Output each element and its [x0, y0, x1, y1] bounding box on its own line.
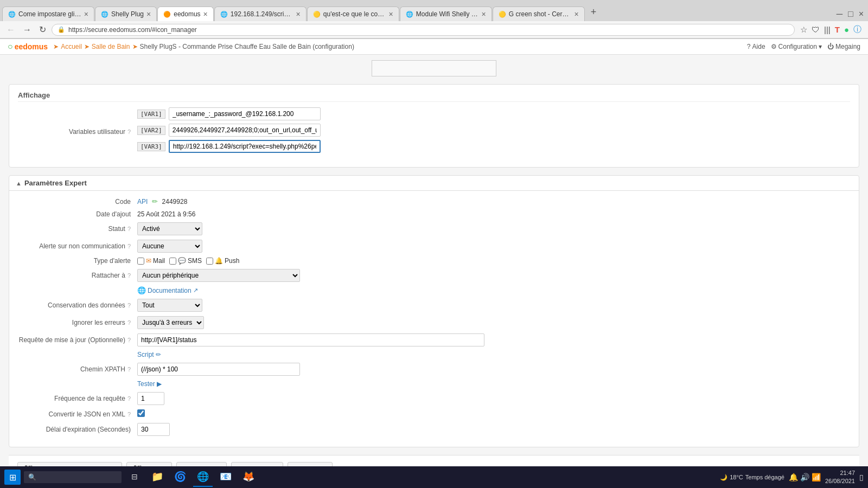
ignorer-value: Aucune Jusqu'à 3 erreurs Toujours — [137, 316, 850, 329]
tab-2-close[interactable]: × — [146, 10, 151, 18]
statut-label: Statut ? — [18, 225, 137, 233]
chemin-input[interactable] — [137, 363, 300, 376]
back-button[interactable]: ← — [4, 24, 17, 36]
statut-select[interactable]: Activé Désactivé — [137, 222, 202, 235]
configuration-button[interactable]: ⚙ Configuration ▾ — [771, 43, 822, 50]
maximize-button[interactable]: □ — [848, 9, 853, 19]
ext1-icon[interactable]: ● — [844, 25, 849, 34]
rattacher-select[interactable]: Aucun périphérique — [137, 269, 300, 282]
minimize-button[interactable]: ─ — [837, 9, 843, 19]
taskbar-app-edge[interactable]: 🌀 — [170, 467, 190, 487]
tab-1-close[interactable]: × — [84, 10, 88, 18]
var1-input[interactable] — [169, 107, 321, 120]
var3-row: [VAR3] — [137, 140, 850, 153]
conservation-help-icon[interactable]: ? — [127, 302, 131, 309]
script-link[interactable]: Script ✏ — [137, 351, 850, 358]
statut-help-icon[interactable]: ? — [127, 226, 131, 232]
tab-5-close[interactable]: × — [389, 10, 393, 18]
user-button[interactable]: ⏻ Megaing — [827, 43, 860, 50]
tab-7-close[interactable]: × — [575, 10, 579, 18]
tab-6-close[interactable]: × — [482, 10, 486, 18]
logo[interactable]: ○ eedomus — [8, 42, 48, 52]
frequence-input[interactable] — [137, 392, 164, 405]
ignorer-help-icon[interactable]: ? — [127, 319, 131, 326]
frequence-help-icon[interactable]: ? — [127, 395, 131, 402]
tab-4-close[interactable]: × — [296, 10, 301, 18]
alert-mail-checkbox[interactable] — [137, 258, 144, 265]
var3-input[interactable] — [169, 140, 321, 153]
taskbar-app-chrome[interactable]: 🌐 — [193, 467, 213, 487]
tester-label-text: Tester — [137, 380, 155, 388]
tab-3-close[interactable]: × — [203, 10, 208, 18]
shield-icon[interactable]: 🛡 — [812, 25, 820, 34]
volume-icon[interactable]: 🔊 — [800, 473, 809, 481]
alert-mail-item[interactable]: ✉ Mail — [137, 257, 165, 265]
taskbar-app-mail[interactable]: 📧 — [216, 467, 235, 487]
bookmark-icon[interactable]: ☆ — [800, 25, 807, 35]
breadcrumb-salle[interactable]: Salle de Bain — [92, 43, 130, 50]
parametres-header[interactable]: ▲ Paramètres Expert — [9, 176, 859, 191]
date-row: Date d'ajout 25 Août 2021 à 9:56 — [18, 210, 850, 218]
alerte-help-icon[interactable]: ? — [127, 243, 131, 249]
doc-external-icon: ↗ — [193, 287, 198, 294]
conservation-select[interactable]: Tout 1 an 6 mois 3 mois 1 mois — [137, 299, 202, 312]
info-icon[interactable]: ⓘ — [853, 24, 861, 35]
breadcrumb-accueil[interactable]: Accueil — [61, 43, 82, 50]
script-edit-icon[interactable]: ✏ — [156, 351, 161, 358]
text-icon[interactable]: T — [835, 25, 840, 34]
delai-input[interactable] — [137, 423, 170, 436]
tab-7[interactable]: 🟡 G creen shot - Cerca con Go… × — [493, 7, 585, 21]
tab-5[interactable]: 🟡 qu'est-ce que le code api… × — [307, 7, 399, 21]
aide-button[interactable]: ? Aide — [747, 43, 765, 50]
convertir-value — [137, 409, 850, 419]
convertir-checkbox[interactable] — [137, 409, 145, 417]
documentation-link[interactable]: 🌐 Documentation ↗ — [137, 286, 850, 294]
ignorer-select[interactable]: Aucune Jusqu'à 3 erreurs Toujours — [137, 316, 204, 329]
taskbar-time[interactable]: 21:47 26/08/2021 — [825, 469, 855, 486]
script-label: Script — [137, 351, 154, 358]
alert-push-item[interactable]: 🔔 Push — [206, 257, 239, 265]
top-input[interactable] — [372, 60, 496, 76]
tab-2[interactable]: 🌐 Shelly Plug × — [95, 7, 157, 21]
rattacher-help-icon[interactable]: ? — [127, 272, 131, 279]
tab-1[interactable]: 🌐 Come impostare gli shell… × — [2, 7, 94, 21]
alert-sms-item[interactable]: 💬 SMS — [169, 257, 202, 265]
tab-6[interactable]: 🌐 Module Wifi Shelly • Requ… × — [400, 7, 492, 21]
tab-4[interactable]: 🌐 192.168.1.249/script/?exec=she… × — [214, 7, 307, 21]
taskbar-app-files[interactable]: 📁 — [148, 467, 167, 487]
address-bar[interactable]: 🔒 https://secure.eedomus.com/#icon_manag… — [52, 24, 795, 36]
tab-7-title: G creen shot - Cerca con Go… — [509, 10, 572, 18]
tester-link[interactable]: Tester ▶ — [137, 380, 850, 388]
tab-4-title: 192.168.1.249/script/?exec=she… — [231, 10, 293, 18]
variables-help-icon[interactable]: ? — [127, 129, 131, 135]
statut-value: Activé Désactivé — [137, 222, 850, 235]
alert-sms-checkbox[interactable] — [169, 258, 176, 265]
alert-push-checkbox[interactable] — [206, 258, 213, 265]
close-button[interactable]: × — [859, 9, 864, 19]
api-link[interactable]: API — [137, 198, 148, 206]
bookmark-list-icon[interactable]: ||| — [824, 25, 831, 34]
taskbar-app-taskview[interactable]: ⊟ — [125, 467, 144, 487]
tab-3[interactable]: 🟠 eedomus × — [157, 7, 214, 21]
frequence-value — [137, 392, 850, 405]
alerte-select[interactable]: Aucune Mail SMS Push — [137, 240, 202, 253]
breadcrumb-sep-1: ➤ — [84, 43, 90, 50]
breadcrumb-page: Shelly PlugS - Commande Prise Chauffe Ea… — [140, 43, 354, 50]
requete-help-icon[interactable]: ? — [127, 337, 131, 343]
requete-label-text: Requête de mise à jour (Optionnelle) — [19, 336, 125, 344]
tab-5-icon: 🟡 — [313, 11, 321, 18]
reload-button[interactable]: ↻ — [37, 23, 48, 36]
api-edit-icon[interactable]: ✏ — [152, 197, 158, 206]
new-tab-button[interactable]: + — [585, 3, 602, 21]
network-icon[interactable]: 📶 — [812, 473, 821, 481]
requete-input[interactable] — [137, 333, 484, 346]
convertir-help-icon[interactable]: ? — [127, 411, 131, 418]
var2-input[interactable] — [169, 124, 321, 137]
taskbar-search[interactable] — [24, 471, 122, 483]
start-button[interactable]: ⊞ — [4, 470, 21, 485]
taskbar-app-firefox[interactable]: 🦊 — [239, 467, 258, 487]
forward-button[interactable]: → — [21, 24, 34, 36]
show-desktop-icon[interactable]: ▯ — [859, 473, 864, 481]
chemin-help-icon[interactable]: ? — [127, 366, 131, 373]
notification-icon[interactable]: 🔔 — [789, 473, 798, 481]
